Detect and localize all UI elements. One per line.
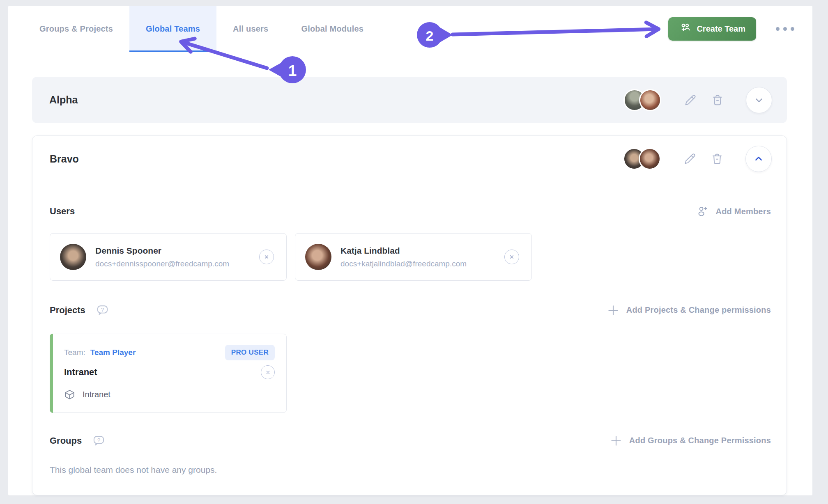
- trash-icon: [711, 94, 724, 106]
- remove-member-button[interactable]: [259, 250, 274, 264]
- team-link[interactable]: Team Player: [90, 348, 136, 357]
- edit-team-button[interactable]: [684, 94, 697, 106]
- user-group-plus-icon: [679, 23, 691, 35]
- cube-icon: [64, 389, 75, 400]
- admin-panel: Groups & Projects Global Teams All users…: [8, 6, 812, 495]
- team-name: Bravo: [50, 153, 79, 165]
- pencil-icon: [684, 94, 697, 106]
- tab-global-modules[interactable]: Global Modules: [285, 6, 380, 52]
- projects-section-header: Projects ? Add Projects & Change permiss: [50, 304, 771, 316]
- project-module-row: Intranet: [64, 389, 275, 400]
- projects-section-title: Projects: [50, 305, 85, 316]
- collapse-team-button[interactable]: [745, 146, 772, 172]
- groups-empty-message: This global team does not have any group…: [50, 465, 771, 475]
- add-groups-button[interactable]: Add Groups & Change Permissions: [610, 435, 771, 447]
- avatar: [639, 89, 661, 111]
- chevron-up-icon: [753, 153, 764, 164]
- help-bubble-icon[interactable]: ?: [96, 304, 109, 316]
- groups-section-title: Groups: [50, 435, 82, 446]
- ellipsis-icon: [776, 27, 780, 31]
- avatar: [639, 148, 661, 170]
- help-bubble-icon[interactable]: ?: [92, 434, 105, 447]
- svg-text:?: ?: [97, 437, 101, 443]
- tab-label: Groups & Projects: [39, 24, 113, 34]
- member-info: Dennis Spooner docs+dennisspooner@freedc…: [95, 245, 229, 270]
- project-title-row: Intranet: [64, 365, 275, 379]
- tab-label: Global Modules: [301, 24, 363, 34]
- tab-groups-and-projects[interactable]: Groups & Projects: [23, 6, 129, 52]
- remove-member-button[interactable]: [504, 250, 519, 264]
- member-card-dennis: Dennis Spooner docs+dennisspooner@freedc…: [50, 233, 287, 281]
- remove-project-button[interactable]: [261, 365, 275, 379]
- tabs-bar: Groups & Projects Global Teams All users…: [8, 6, 812, 52]
- member-email: docs+katjalindblad@freedcamp.com: [340, 258, 467, 270]
- tab-all-users[interactable]: All users: [216, 6, 285, 52]
- header-actions: Create Team: [668, 6, 797, 52]
- project-team-row: Team: Team Player PRO USER: [64, 345, 275, 360]
- project-card-intranet: Team: Team Player PRO USER Intranet: [50, 334, 287, 413]
- add-projects-button[interactable]: Add Projects & Change permissions: [607, 304, 771, 316]
- plus-icon: [607, 304, 619, 316]
- avatar: [60, 244, 86, 270]
- add-groups-label: Add Groups & Change Permissions: [629, 436, 771, 445]
- person-plus-icon: [697, 205, 709, 218]
- team-row-actions: [623, 87, 772, 113]
- team-label: Team:: [64, 348, 85, 357]
- edit-team-button[interactable]: [684, 153, 696, 165]
- add-members-label: Add Members: [716, 207, 771, 216]
- global-teams-admin-screen: { "header": { "tabs": [ {"label": "Group…: [0, 0, 828, 504]
- member-name: Katja Lindblad: [340, 245, 467, 257]
- team-card-header[interactable]: Bravo: [32, 136, 787, 182]
- svg-text:?: ?: [101, 307, 104, 313]
- delete-team-button[interactable]: [711, 153, 723, 165]
- delete-team-button[interactable]: [711, 94, 724, 106]
- team-name: Alpha: [49, 94, 78, 106]
- project-module-label: Intranet: [83, 390, 110, 399]
- plus-icon: [610, 435, 622, 447]
- create-team-button[interactable]: Create Team: [668, 17, 756, 41]
- more-options-button[interactable]: [773, 25, 797, 33]
- pro-user-badge: PRO USER: [225, 345, 275, 360]
- trash-icon: [711, 153, 723, 165]
- groups-section-header: Groups ? Add Groups & Change Permissions: [50, 434, 771, 447]
- member-name: Dennis Spooner: [95, 245, 229, 257]
- member-card-katja: Katja Lindblad docs+katjalindblad@freedc…: [295, 233, 532, 281]
- tab-label: All users: [233, 24, 268, 34]
- project-name: Intranet: [64, 367, 97, 378]
- member-email: docs+dennisspooner@freedcamp.com: [95, 258, 229, 270]
- create-team-label: Create Team: [697, 24, 745, 34]
- team-card-body: Users Add Members Denn: [32, 205, 787, 475]
- tab-global-teams[interactable]: Global Teams: [129, 6, 216, 52]
- member-cards: Dennis Spooner docs+dennisspooner@freedc…: [50, 233, 771, 281]
- x-circle-icon: [263, 253, 270, 261]
- x-circle-icon: [508, 253, 515, 261]
- team-row-actions: [623, 146, 772, 172]
- team-row-alpha[interactable]: Alpha: [32, 77, 787, 123]
- x-circle-icon: [264, 369, 271, 376]
- tab-label: Global Teams: [146, 24, 200, 34]
- chevron-down-icon: [754, 95, 764, 105]
- users-section-title: Users: [50, 206, 75, 217]
- add-members-button[interactable]: Add Members: [697, 205, 771, 218]
- expand-team-button[interactable]: [746, 87, 772, 113]
- avatar: [305, 244, 331, 270]
- add-projects-label: Add Projects & Change permissions: [626, 305, 771, 315]
- pencil-icon: [684, 153, 696, 165]
- users-section-header: Users Add Members: [50, 205, 771, 218]
- member-info: Katja Lindblad docs+katjalindblad@freedc…: [340, 245, 467, 270]
- team-card-bravo: Bravo: [32, 135, 787, 495]
